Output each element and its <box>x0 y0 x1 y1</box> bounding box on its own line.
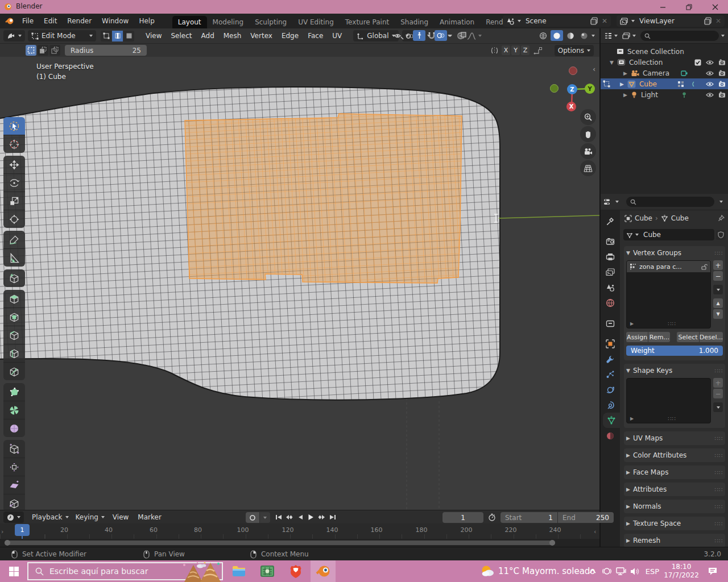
panel-grip-icon[interactable]: ∷∷ <box>714 469 723 476</box>
xray-toggle[interactable] <box>456 30 469 41</box>
prev-keyframe-icon[interactable] <box>284 512 295 522</box>
gizmo-dropdown-caret[interactable] <box>427 35 431 37</box>
tool-rip-region[interactable] <box>3 494 25 510</box>
tool-move[interactable] <box>3 156 25 174</box>
shape-keys-header[interactable]: ▼ Shape Keys ∷∷ <box>626 365 723 376</box>
vertex-select-mode-button[interactable] <box>101 31 111 41</box>
tool-shear[interactable] <box>3 476 25 494</box>
start-frame-field[interactable]: Start 1 <box>500 512 557 523</box>
outliner-row-collection[interactable]: ▼ Collection <box>601 57 728 68</box>
panel-grip-icon[interactable]: ∷∷ <box>714 538 723 544</box>
scene-name-field[interactable]: Scene <box>521 17 590 25</box>
move-group-down-button[interactable]: ▼ <box>713 309 723 319</box>
overlays-dropdown-caret[interactable] <box>449 35 452 37</box>
display-mode-icon[interactable] <box>622 32 630 39</box>
hide-eye-icon[interactable] <box>706 60 714 65</box>
auto-key-record-button[interactable] <box>246 512 259 523</box>
hide-eye-icon[interactable] <box>706 70 714 76</box>
tool-smooth[interactable] <box>3 419 25 437</box>
tab-output[interactable] <box>601 249 620 264</box>
unlock-icon[interactable] <box>701 264 708 270</box>
outliner-editor-icon[interactable] <box>604 32 612 39</box>
close-icon[interactable] <box>702 0 728 14</box>
list-resize-grip[interactable]: ∷∷ <box>668 415 676 422</box>
options-dropdown[interactable]: Options <box>555 45 594 56</box>
edge-select-mode-button[interactable] <box>112 31 123 41</box>
select-mode-extend-button[interactable] <box>38 45 48 56</box>
show-overlays-toggle[interactable] <box>435 30 447 41</box>
gizmo-axis-y[interactable]: Y <box>585 84 595 94</box>
panel-grip-icon[interactable]: ∷∷ <box>714 452 723 459</box>
tool-spin[interactable] <box>3 401 25 419</box>
tool-rotate[interactable] <box>3 174 25 192</box>
end-frame-field[interactable]: End 250 <box>558 512 614 523</box>
add-shape-key-button[interactable]: + <box>713 378 723 388</box>
tab-render[interactable] <box>601 234 620 249</box>
disable-render-icon[interactable] <box>718 92 726 98</box>
exclude-checkbox[interactable] <box>694 59 701 66</box>
camera-icon[interactable] <box>580 143 596 159</box>
scene-unlink-icon[interactable]: ✕ <box>598 17 611 25</box>
properties-editor-icon[interactable] <box>603 198 613 206</box>
select-mode-new-button[interactable] <box>26 45 36 56</box>
viewlayer-new-button[interactable] <box>704 17 712 25</box>
disclosure-triangle-icon[interactable]: ▶ <box>623 92 627 98</box>
zoom-icon[interactable] <box>580 109 596 125</box>
texture-space-panel[interactable]: ▶Texture Space∷∷ <box>624 517 725 530</box>
scrollbar-handle-left[interactable] <box>5 540 10 546</box>
face-select-mode-button[interactable] <box>123 31 134 41</box>
tool-edge-slide[interactable] <box>3 440 25 458</box>
menu-vertex[interactable]: Vertex <box>246 32 277 40</box>
menu-face[interactable]: Face <box>303 32 328 40</box>
tool-bevel[interactable] <box>3 326 25 344</box>
tray-chevron-icon[interactable] <box>587 560 598 582</box>
clock[interactable]: 18:10 17/7/2022 <box>663 560 700 582</box>
tab-scene[interactable] <box>601 280 620 295</box>
correct-face-attributes-icon[interactable] <box>533 47 543 55</box>
timeline-marker-menu[interactable]: Marker <box>133 513 166 521</box>
remove-button[interactable]: Rem... <box>648 332 670 342</box>
timeline-collapse-icon[interactable]: › <box>1 528 3 535</box>
viewport-3d[interactable]: User Perspective (1) Cube Z Y X ‹ <box>0 57 599 510</box>
region-collapse-icon[interactable]: ‹ <box>593 65 595 73</box>
current-frame-field[interactable]: 1 <box>442 512 483 523</box>
list-resize-grip[interactable]: ∷∷ <box>668 321 676 327</box>
material-preview-button[interactable] <box>564 30 577 41</box>
viewlayer-name-field[interactable]: ViewLayer <box>635 17 704 25</box>
tool-annotate[interactable] <box>3 231 25 249</box>
panel-grip-icon[interactable]: ∷∷ <box>714 250 723 256</box>
viewlayer-remove-icon[interactable]: ✕ <box>712 17 725 25</box>
disclosure-triangle-icon[interactable]: ▶ <box>620 81 624 87</box>
menu-uv[interactable]: UV <box>328 32 346 40</box>
tab-object-data[interactable] <box>603 413 620 428</box>
outliner-row-light[interactable]: ▶ Light <box>601 89 728 100</box>
face-maps-panel[interactable]: ▶Face Maps∷∷ <box>624 465 725 479</box>
visibility-dropdown-caret[interactable] <box>406 35 409 37</box>
tab-particles[interactable] <box>601 367 620 382</box>
jump-to-start-icon[interactable] <box>273 512 284 522</box>
color-attributes-panel[interactable]: ▶Color Attributes∷∷ <box>624 448 725 462</box>
tool-extrude-region[interactable] <box>3 290 25 308</box>
outliner-search-input[interactable] <box>640 31 719 41</box>
grid-icon[interactable] <box>580 160 596 176</box>
mesh-name-field[interactable]: Cube <box>623 229 714 240</box>
tool-transform[interactable] <box>3 210 25 228</box>
properties-editor-caret[interactable] <box>615 201 619 203</box>
network-icon[interactable] <box>614 560 628 582</box>
search-highlight-art[interactable] <box>180 560 223 582</box>
jump-to-end-icon[interactable] <box>327 512 338 522</box>
weather-condition[interactable]: Mayorm. soleado <box>522 560 595 582</box>
tab-uv-editing[interactable]: UV Editing <box>292 16 340 28</box>
menu-window[interactable]: Window <box>97 14 134 28</box>
panel-grip-icon[interactable]: ∷∷ <box>714 504 723 510</box>
start-button[interactable] <box>1 560 26 582</box>
outliner-row-cube[interactable]: ▶ Cube <box>601 78 728 89</box>
weight-slider[interactable]: Weight 1.000 <box>626 346 723 356</box>
tab-material[interactable] <box>601 428 620 443</box>
timeline-ruler[interactable]: 20 40 60 80 100 120 140 160 180 200 220 … <box>0 523 599 539</box>
disable-render-icon[interactable] <box>718 59 726 65</box>
navigation-gizmo[interactable]: Z Y X <box>540 60 599 117</box>
remove-shape-key-button[interactable]: − <box>713 389 723 398</box>
add-vertex-group-button[interactable]: + <box>713 260 723 270</box>
menu-edit[interactable]: Edit <box>39 14 62 28</box>
